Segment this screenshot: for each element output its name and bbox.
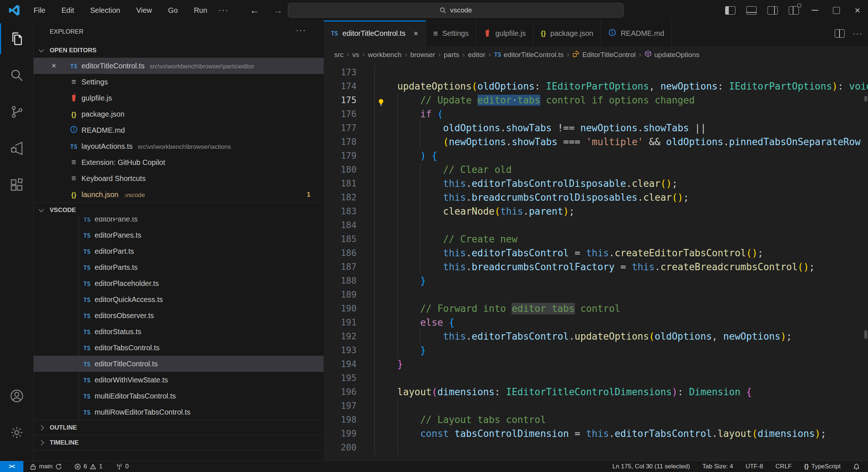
line-number[interactable]: 180 [324, 163, 357, 177]
line-number[interactable]: 195 [324, 371, 357, 385]
activity-bar-source-control[interactable] [0, 94, 33, 130]
breadcrumb-item[interactable]: vs [352, 51, 359, 59]
status-language-mode[interactable]: {}TypeScript [804, 463, 841, 470]
toggle-primary-sidebar-button[interactable] [720, 0, 741, 20]
open-editor-item[interactable]: {}package.json [34, 106, 324, 122]
customize-layout-button[interactable] [783, 0, 804, 20]
code-line-187[interactable]: 187this.breadcrumbsControlFactory = this… [324, 260, 868, 274]
tree-item[interactable]: TSeditorWithViewState.ts [34, 372, 324, 388]
breadcrumb-item[interactable]: editor [468, 51, 486, 59]
code-line-175[interactable]: 175// Update editor·tabs control if opti… [324, 93, 868, 107]
tree-item-partial[interactable]: TSeditorPane.ts [34, 218, 324, 227]
line-number[interactable]: 197 [324, 399, 357, 413]
line-number[interactable]: 179 [324, 149, 357, 163]
open-editor-item[interactable]: ×TSeditorTitleControl.tssrc\vs\workbench… [34, 58, 324, 74]
close-icon[interactable]: × [52, 61, 56, 71]
status-cursor-position[interactable]: Ln 175, Col 30 (11 selected) [612, 463, 690, 470]
code-editor[interactable]: 173174updateOptions(oldOptions: IEditorP… [324, 63, 868, 461]
line-number[interactable]: 199 [324, 427, 357, 441]
tab-Settings[interactable]: ≡Settings [426, 20, 476, 46]
code-line-190[interactable]: 190// Forward into editor tabs control [324, 302, 868, 316]
activity-bar-manage-gear[interactable] [0, 414, 33, 451]
tree-item[interactable]: TSeditorParts.ts [34, 259, 324, 275]
tree-item[interactable]: TSeditorTabsControl.ts [34, 340, 324, 356]
code-line-188[interactable]: 188} [324, 274, 868, 288]
line-number[interactable]: 177 [324, 121, 357, 135]
line-number[interactable]: 198 [324, 413, 357, 427]
line-number[interactable]: 196 [324, 385, 357, 399]
menu-run[interactable]: Run [194, 6, 208, 15]
tab-package.json[interactable]: {}package.json [533, 20, 601, 46]
open-editor-item[interactable]: gulpfile.js [34, 90, 324, 106]
line-number[interactable]: 194 [324, 357, 357, 371]
line-number[interactable]: 192 [324, 329, 357, 343]
tab-editorTitleControl.ts[interactable]: TSeditorTitleControl.ts× [324, 20, 426, 46]
code-line-182[interactable]: 182this.breadcrumbsControlDisposables.cl… [324, 190, 868, 204]
line-number[interactable]: 193 [324, 343, 357, 357]
code-line-180[interactable]: 180// Clear old [324, 163, 868, 177]
code-line-173[interactable]: 173 [324, 65, 868, 79]
maximize-button[interactable] [826, 0, 847, 20]
code-line-197[interactable]: 197 [324, 399, 868, 413]
breadcrumb-item[interactable]: updateOptions [644, 50, 700, 59]
branch-status-item[interactable]: main [30, 463, 62, 470]
toggle-secondary-sidebar-button[interactable] [762, 0, 783, 20]
ports-status-item[interactable]: 0 [116, 463, 129, 470]
open-editor-item[interactable]: README.md [34, 122, 324, 138]
close-button[interactable]: × [847, 0, 868, 20]
line-number[interactable]: 187 [324, 260, 357, 274]
open-editor-item[interactable]: TSlayoutActions.tssrc\vs\workbench\brows… [34, 138, 324, 154]
code-line-183[interactable]: 183clearNode(this.parent); [324, 204, 868, 218]
breadcrumb-item[interactable]: EditorTitleControl [572, 50, 636, 59]
status-notifications[interactable] [853, 463, 860, 470]
activity-bar-accounts[interactable] [0, 378, 33, 414]
code-line-194[interactable]: 194} [324, 357, 868, 371]
code-line-192[interactable]: 192this.editorTabsControl.updateOptions(… [324, 329, 868, 343]
code-line-198[interactable]: 198// Layout tabs control [324, 413, 868, 427]
line-number[interactable]: 181 [324, 177, 357, 190]
line-number[interactable]: 191 [324, 316, 357, 329]
line-number[interactable]: 176 [324, 107, 357, 121]
timeline-section-header[interactable]: TIMELINE [34, 435, 324, 450]
editor-more-actions-button[interactable]: ··· [853, 29, 863, 38]
breadcrumb-item[interactable]: src [334, 51, 343, 59]
activity-bar-extensions[interactable] [0, 167, 33, 203]
line-number[interactable]: 182 [324, 190, 357, 204]
line-number[interactable]: 188 [324, 274, 357, 288]
tree-item[interactable]: TSeditorPanes.ts [34, 227, 324, 243]
code-line-185[interactable]: 185// Create new [324, 232, 868, 246]
outline-section-header[interactable]: OUTLINE [34, 420, 324, 435]
tree-item[interactable]: TSmultiRowEditorTabsControl.ts [34, 404, 324, 420]
activity-bar-run-and-debug[interactable] [0, 130, 33, 167]
menu-file[interactable]: File [34, 6, 45, 15]
line-number[interactable]: 174 [324, 79, 357, 93]
tab-README.md[interactable]: README.md [601, 20, 672, 46]
line-number[interactable]: 190 [324, 302, 357, 316]
tree-item[interactable]: TSeditorPart.ts [34, 243, 324, 259]
open-editor-item[interactable]: ≡Keyboard Shortcuts [34, 170, 324, 186]
menu-selection[interactable]: Selection [90, 6, 120, 15]
code-line-195[interactable]: 195 [324, 371, 868, 385]
open-editor-item[interactable]: ≡Settings [34, 74, 324, 90]
code-line-178[interactable]: 178(newOptions.showTabs === 'multiple' &… [324, 135, 868, 149]
nav-back-button[interactable]: ← [250, 0, 259, 20]
line-number[interactable]: 200 [324, 441, 357, 454]
line-number[interactable]: 184 [324, 218, 357, 232]
breadcrumb-item[interactable]: workbench [368, 51, 401, 59]
code-line-176[interactable]: 176if ( [324, 107, 868, 121]
workspace-section-header[interactable]: VSCODE [34, 203, 324, 218]
minimize-button[interactable] [804, 0, 826, 20]
remote-indicator[interactable]: >< [0, 461, 23, 472]
status-encoding[interactable]: UTF-8 [746, 463, 763, 470]
problems-status-item[interactable]: 6 1 [74, 463, 103, 470]
tab-gulpfile.js[interactable]: gulpfile.js [476, 20, 533, 46]
code-line-189[interactable]: 189 [324, 288, 868, 302]
breadcrumb-item[interactable]: browser [410, 51, 435, 59]
open-editor-item[interactable]: {}launch.json.vscode1 [34, 186, 324, 203]
tree-item[interactable]: TSeditorStatus.ts [34, 324, 324, 340]
menu-edit[interactable]: Edit [61, 6, 74, 15]
line-number[interactable]: 189 [324, 288, 357, 302]
menu-more-button[interactable]: ··· [218, 0, 229, 20]
code-line-181[interactable]: 181this.editorTabsControlDisposable.clea… [324, 177, 868, 190]
breadcrumb-item[interactable]: TSeditorTitleControl.ts [494, 51, 564, 59]
